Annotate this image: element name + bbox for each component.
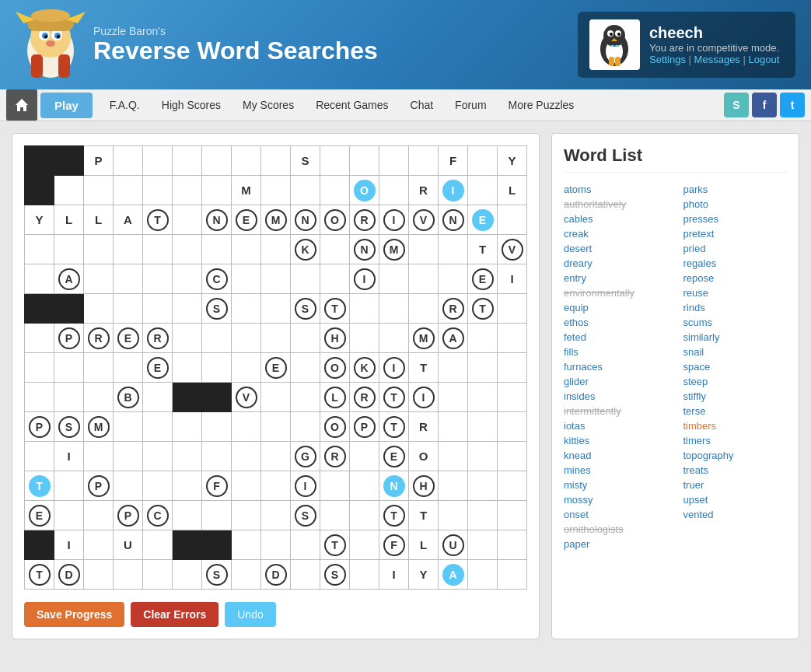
word-item[interactable]: creak <box>564 226 668 241</box>
grid-cell[interactable] <box>409 235 439 264</box>
grid-cell[interactable] <box>54 294 84 324</box>
grid-cell[interactable] <box>143 176 173 205</box>
grid-cell[interactable] <box>84 530 114 560</box>
grid-cell[interactable] <box>291 176 320 205</box>
grid-cell[interactable] <box>291 560 320 590</box>
grid-cell[interactable] <box>261 146 291 176</box>
grid-cell[interactable] <box>114 353 143 383</box>
grid-cell[interactable] <box>468 501 498 530</box>
logout-link[interactable]: Logout <box>748 54 779 65</box>
grid-cell[interactable]: I <box>498 264 527 294</box>
grid-cell[interactable] <box>291 530 320 560</box>
grid-cell[interactable]: E <box>25 501 54 530</box>
word-item[interactable]: atoms <box>564 182 668 197</box>
grid-cell[interactable]: R <box>350 205 379 235</box>
grid-cell[interactable] <box>114 471 143 501</box>
grid-cell[interactable] <box>202 501 232 530</box>
grid-cell[interactable] <box>498 353 527 383</box>
grid-cell[interactable] <box>173 235 202 264</box>
grid-cell[interactable] <box>468 442 498 471</box>
grid-cell[interactable]: O <box>409 442 439 471</box>
grid-cell[interactable] <box>173 176 202 205</box>
grid-cell[interactable] <box>320 176 350 205</box>
grid-cell[interactable] <box>320 235 350 264</box>
grid-cell[interactable] <box>261 264 291 294</box>
word-item[interactable]: glider <box>564 374 668 389</box>
word-item[interactable]: reuse <box>683 285 788 300</box>
grid-cell[interactable] <box>143 235 173 264</box>
grid-cell[interactable]: B <box>114 383 143 412</box>
grid-cell[interactable]: S <box>54 412 84 442</box>
grid-cell[interactable] <box>232 264 261 294</box>
grid-cell[interactable]: O <box>320 412 350 442</box>
grid-cell[interactable] <box>350 294 379 324</box>
grid-cell[interactable] <box>261 501 291 530</box>
grid-cell[interactable] <box>320 501 350 530</box>
grid-cell[interactable] <box>498 412 527 442</box>
grid-cell[interactable] <box>232 235 261 264</box>
grid-cell[interactable]: I <box>379 205 409 235</box>
grid-cell[interactable] <box>202 353 232 383</box>
grid-cell[interactable]: A <box>439 560 468 590</box>
grid-cell[interactable] <box>379 264 409 294</box>
grid-cell[interactable] <box>468 412 498 442</box>
grid-cell[interactable]: F <box>439 146 468 176</box>
word-item[interactable]: feted <box>564 330 668 345</box>
grid-cell[interactable] <box>291 264 320 294</box>
grid-cell[interactable]: L <box>54 205 84 235</box>
grid-cell[interactable]: N <box>350 235 379 264</box>
grid-cell[interactable]: A <box>54 264 84 294</box>
grid-cell[interactable] <box>232 471 261 501</box>
grid-cell[interactable]: A <box>439 324 468 353</box>
grid-cell[interactable]: E <box>143 353 173 383</box>
word-item[interactable]: desert <box>564 241 668 256</box>
grid-cell[interactable] <box>173 412 202 442</box>
word-item[interactable]: kitties <box>564 433 668 448</box>
grid-cell[interactable] <box>320 146 350 176</box>
grid-cell[interactable] <box>379 324 409 353</box>
grid-cell[interactable] <box>439 442 468 471</box>
grid-cell[interactable]: O <box>320 205 350 235</box>
grid-cell[interactable] <box>439 501 468 530</box>
grid-cell[interactable] <box>232 442 261 471</box>
grid-cell[interactable] <box>498 442 527 471</box>
nav-high-scores[interactable]: High Scores <box>151 89 232 121</box>
nav-more-puzzles[interactable]: More Puzzles <box>498 89 586 121</box>
grid-cell[interactable] <box>409 294 439 324</box>
grid-cell[interactable]: E <box>232 205 261 235</box>
grid-cell[interactable]: I <box>439 176 468 205</box>
grid-cell[interactable] <box>25 235 54 264</box>
grid-cell[interactable]: T <box>320 530 350 560</box>
grid-cell[interactable]: T <box>468 294 498 324</box>
grid-cell[interactable]: N <box>202 205 232 235</box>
grid-cell[interactable] <box>350 442 379 471</box>
word-item[interactable]: insides <box>564 389 668 404</box>
grid-cell[interactable]: F <box>202 471 232 501</box>
grid-cell[interactable] <box>291 383 320 412</box>
grid-cell[interactable]: U <box>439 530 468 560</box>
grid-cell[interactable] <box>202 383 232 412</box>
grid-cell[interactable] <box>114 235 143 264</box>
grid-cell[interactable] <box>498 294 527 324</box>
grid-cell[interactable]: R <box>439 294 468 324</box>
word-item[interactable]: topography <box>683 448 788 463</box>
word-item[interactable]: mossy <box>564 492 668 507</box>
play-button[interactable]: Play <box>40 93 93 118</box>
word-item[interactable]: scums <box>683 315 788 330</box>
grid-cell[interactable] <box>25 294 54 324</box>
word-item[interactable]: dreary <box>564 256 668 271</box>
grid-cell[interactable] <box>114 442 143 471</box>
grid-cell[interactable] <box>498 205 527 235</box>
grid-cell[interactable] <box>350 560 379 590</box>
grid-cell[interactable] <box>291 353 320 383</box>
grid-cell[interactable] <box>468 176 498 205</box>
grid-cell[interactable]: P <box>114 501 143 530</box>
grid-cell[interactable] <box>114 264 143 294</box>
nav-recent-games[interactable]: Recent Games <box>305 89 399 121</box>
grid-cell[interactable]: R <box>409 176 439 205</box>
word-item[interactable]: rinds <box>683 300 788 315</box>
word-item[interactable]: truer <box>683 478 788 492</box>
grid-cell[interactable]: R <box>84 324 114 353</box>
word-item[interactable]: mines <box>564 463 668 478</box>
word-item[interactable]: authoritatively <box>564 197 668 212</box>
